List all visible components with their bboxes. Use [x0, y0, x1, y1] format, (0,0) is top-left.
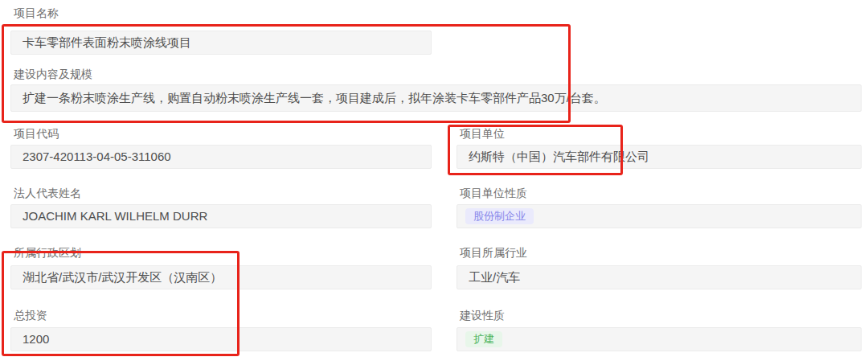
- industry-input[interactable]: 工业/汽车: [457, 265, 862, 289]
- project-detail-form: 项目名称 卡车零部件表面粉末喷涂线项目 建设内容及规模 扩建一条粉末喷涂生产线，…: [0, 0, 868, 361]
- project-name-input[interactable]: 卡车零部件表面粉末喷涂线项目: [10, 31, 432, 55]
- construction-content-label: 建设内容及规模: [14, 67, 92, 81]
- construction-nature-tag: 扩建: [465, 331, 502, 347]
- project-name-label: 项目名称: [14, 6, 59, 20]
- project-name-value: 卡车零部件表面粉末喷涂线项目: [23, 35, 191, 49]
- project-unit-label: 项目单位: [460, 126, 505, 141]
- legal-representative-value: JOACHIM KARL WILHELM DURR: [23, 209, 207, 223]
- construction-nature-label: 建设性质: [460, 308, 505, 322]
- total-investment-value: 1200: [23, 332, 49, 346]
- project-code-label: 项目代码: [14, 126, 59, 141]
- project-code-value: 2307-420113-04-05-311060: [23, 150, 171, 163]
- administrative-division-input[interactable]: 湖北省/武汉市/武汉开发区（汉南区）: [10, 265, 432, 289]
- unit-nature-field[interactable]: 股份制企业: [457, 204, 862, 228]
- legal-representative-input[interactable]: JOACHIM KARL WILHELM DURR: [10, 204, 432, 228]
- unit-nature-label: 项目单位性质: [460, 186, 527, 200]
- industry-value: 工业/汽车: [469, 270, 520, 284]
- administrative-division-value: 湖北省/武汉市/武汉开发区（汉南区）: [23, 270, 222, 284]
- construction-nature-field[interactable]: 扩建: [457, 327, 862, 351]
- administrative-division-label: 所属行政区划: [14, 245, 81, 260]
- legal-representative-label: 法人代表姓名: [14, 186, 81, 200]
- total-investment-label: 总投资: [14, 308, 47, 322]
- project-unit-value: 约斯特（中国）汽车部件有限公司: [469, 150, 649, 163]
- total-investment-input[interactable]: 1200: [10, 327, 432, 351]
- project-unit-input[interactable]: 约斯特（中国）汽车部件有限公司: [457, 145, 862, 169]
- industry-label: 项目所属行业: [460, 245, 527, 260]
- project-code-input[interactable]: 2307-420113-04-05-311060: [10, 145, 432, 169]
- construction-content-input[interactable]: 扩建一条粉末喷涂生产线，购置自动粉末喷涂生产线一套，项目建成后，拟年涂装卡车零部…: [10, 84, 862, 112]
- unit-nature-tag: 股份制企业: [465, 208, 534, 224]
- construction-content-value: 扩建一条粉末喷涂生产线，购置自动粉末喷涂生产线一套，项目建成后，拟年涂装卡车零部…: [23, 91, 606, 105]
